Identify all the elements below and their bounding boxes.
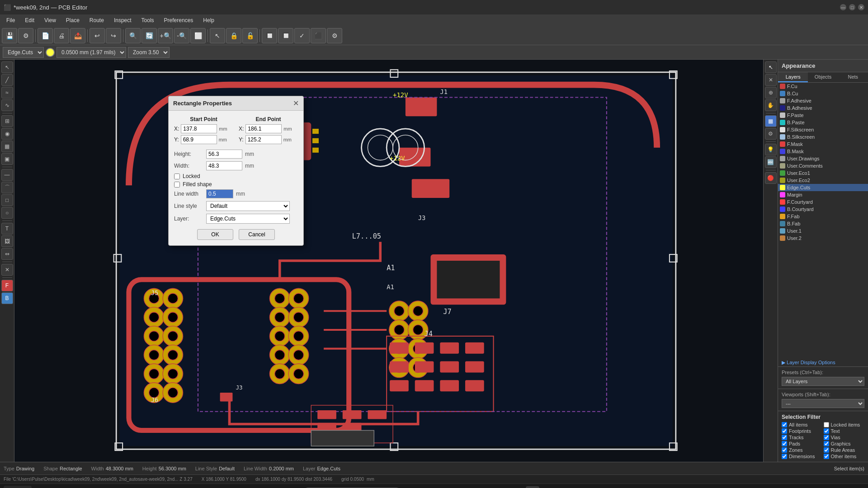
sf-checkbox-rule-areas[interactable]	[824, 447, 829, 453]
save-button[interactable]: 💾	[2, 28, 17, 43]
end-x-input[interactable]	[245, 124, 282, 133]
settings-button[interactable]: ⚙	[18, 28, 33, 43]
add-via[interactable]: ◉	[1, 128, 13, 140]
layer-row-b-adhesive[interactable]: B.Adhesive	[778, 104, 868, 112]
linewidth-input[interactable]	[206, 189, 233, 198]
layer-field-select[interactable]: Edge.Cuts	[206, 214, 290, 224]
deselect-all[interactable]: ✕	[765, 74, 777, 86]
layer-row-b-cu[interactable]: B.Cu	[778, 90, 868, 97]
unlock-button[interactable]: 🔓	[242, 28, 258, 43]
sf-checkbox-text[interactable]	[824, 428, 829, 434]
layer-row-f-fab[interactable]: F.Fab	[778, 213, 868, 220]
refresh-button[interactable]: 🔄	[142, 28, 157, 43]
layer-row-user-1[interactable]: User.1	[778, 227, 868, 235]
scripting-button[interactable]: ⚙	[327, 28, 342, 43]
sf-checkbox-tracks[interactable]	[782, 435, 787, 440]
weather-widget[interactable]: ☁ 0°C Cloudy	[4, 486, 32, 488]
measure[interactable]: ⇔	[1, 248, 13, 260]
draw-line[interactable]: —	[1, 169, 13, 181]
taskbar-sticky-icon[interactable]: 📝	[491, 486, 505, 488]
highlight-net[interactable]: 💡	[765, 144, 777, 155]
zoom-in-button[interactable]: +🔍	[158, 28, 173, 43]
start-x-input[interactable]	[181, 124, 217, 133]
menu-item-view[interactable]: View	[40, 16, 61, 24]
layer-color-indicator[interactable]	[46, 48, 55, 57]
taskbar-edge-icon[interactable]: 🌐	[406, 486, 419, 488]
layer-row-user-eco2[interactable]: User.Eco2	[778, 177, 868, 184]
3d-button[interactable]: ⬛	[311, 28, 326, 43]
redo-button[interactable]: ↪	[106, 28, 121, 43]
select-mode[interactable]: ↖	[765, 61, 777, 73]
sf-checkbox-zones[interactable]	[782, 447, 787, 453]
menu-item-place[interactable]: Place	[61, 16, 84, 24]
new-button[interactable]: 📄	[38, 28, 53, 43]
layer-row-user-comments[interactable]: User.Comments	[778, 162, 868, 169]
viewports-select[interactable]: ---	[782, 399, 864, 408]
tab-nets[interactable]: Nets	[838, 72, 868, 82]
cancel-button[interactable]: Cancel	[239, 229, 275, 240]
zoom-fit-button[interactable]: ⬜	[190, 28, 206, 43]
add-zone[interactable]: ▦	[1, 141, 13, 152]
add-rule-area[interactable]: ▣	[1, 153, 13, 165]
sf-checkbox-vias[interactable]	[824, 435, 829, 440]
layer-row-f-courtyard[interactable]: F.Courtyard	[778, 198, 868, 206]
sf-checkbox-pads[interactable]	[782, 441, 787, 446]
windows-button[interactable]: ⊞	[285, 486, 299, 488]
netlist-button[interactable]: 🔲	[262, 28, 277, 43]
tab-layers[interactable]: Layers	[778, 72, 808, 82]
layer-row-f-paste[interactable]: F.Paste	[778, 112, 868, 119]
ok-button[interactable]: OK	[197, 229, 233, 240]
print-button[interactable]: 🖨	[54, 28, 69, 43]
zoom-mode[interactable]: ⊕	[765, 87, 777, 99]
select-button[interactable]: ↖	[210, 28, 225, 43]
layer-row-margin[interactable]: Margin	[778, 191, 868, 198]
canvas-area[interactable]: U2 L7...05 A1 A1 J7 J4 J5 J6 +12V +12V J…	[14, 60, 778, 462]
filled-checkbox[interactable]	[174, 182, 180, 188]
route-diff-pair[interactable]: ≈	[1, 87, 13, 99]
board-setup[interactable]: ⚙	[765, 128, 777, 140]
drc-button[interactable]: ✓	[294, 28, 310, 43]
end-y-input[interactable]	[245, 135, 282, 144]
sf-checkbox-other-items[interactable]	[824, 454, 829, 459]
maximize-button[interactable]: □	[849, 4, 855, 10]
pan-mode[interactable]: ✋	[765, 99, 777, 111]
add-image[interactable]: 🖼	[1, 235, 13, 247]
ratsnest-button[interactable]: 🔲	[278, 28, 293, 43]
minimize-button[interactable]: —	[840, 4, 846, 10]
zoom-out-button[interactable]: -🔍	[174, 28, 189, 43]
layer-row-user-eco1[interactable]: User.Eco1	[778, 169, 868, 177]
flip-view[interactable]: 🔴	[765, 172, 777, 184]
add-text[interactable]: T	[1, 223, 13, 235]
dialog-header[interactable]: Rectangle Properties ✕	[169, 96, 303, 111]
sf-checkbox-graphics[interactable]	[824, 441, 829, 446]
linestyle-select[interactable]: Default	[206, 201, 290, 211]
width-input[interactable]	[206, 161, 242, 170]
taskbar-folder-icon[interactable]: 📁	[440, 486, 453, 488]
copper-fill[interactable]: ▦	[765, 115, 777, 127]
close-button[interactable]: ✕	[858, 4, 864, 10]
menu-item-inspect[interactable]: Inspect	[109, 16, 136, 24]
layer-row-f-cu[interactable]: F.Cu	[778, 83, 868, 90]
active-layer-select[interactable]: Edge.Cuts	[3, 47, 44, 58]
layer-row-edge-cuts[interactable]: Edge.Cuts	[778, 184, 868, 191]
draw-rect[interactable]: □	[1, 194, 13, 206]
taskbar-coin-icon[interactable]: 🪙	[423, 486, 436, 488]
route-single-track[interactable]: ╱	[1, 74, 13, 86]
lock-button[interactable]: 🔒	[226, 28, 241, 43]
zoom-select[interactable]: Zoom 3.50	[128, 47, 170, 58]
layer-row-f-adhesive[interactable]: F.Adhesive	[778, 97, 868, 104]
layer-row-b-fab[interactable]: B.Fab	[778, 220, 868, 227]
layer-row-user-2[interactable]: User.2	[778, 235, 868, 242]
menu-item-tools[interactable]: Tools	[137, 16, 159, 24]
tune-track[interactable]: ∿	[1, 99, 13, 111]
taskbar-browser-icon[interactable]: 🌍	[509, 486, 522, 488]
menu-item-edit[interactable]: Edit	[20, 16, 39, 24]
draw-circle[interactable]: ○	[1, 207, 13, 219]
export-button[interactable]: 📤	[70, 28, 85, 43]
layer-row-b-silkscreen[interactable]: B.Silkscreen	[778, 133, 868, 141]
tab-objects[interactable]: Objects	[808, 72, 838, 82]
show-pad-numbers[interactable]: 🔤	[765, 156, 777, 168]
copper-layer[interactable]: F	[1, 280, 13, 291]
draw-arc[interactable]: ⌒	[1, 182, 13, 193]
height-input[interactable]	[206, 150, 242, 159]
